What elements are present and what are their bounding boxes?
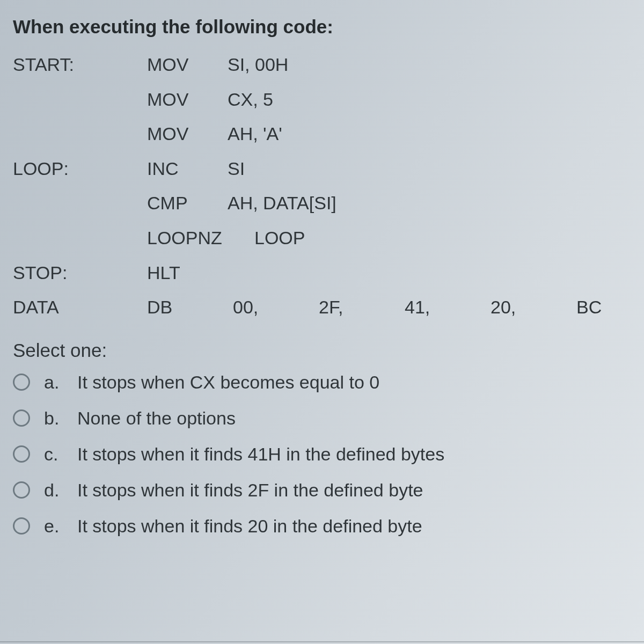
data-row: DATA DB 00, 2F, 41, 20, BC (13, 290, 631, 325)
option-text: None of the options (77, 408, 631, 429)
data-value: 41, (405, 290, 491, 325)
code-row: CMP AH, DATA[SI] (13, 186, 631, 221)
data-value: BC (576, 290, 602, 325)
option-letter: c. (44, 444, 77, 465)
option-c[interactable]: c. It stops when it finds 41H in the def… (13, 444, 631, 465)
option-d[interactable]: d. It stops when it finds 2F in the defi… (13, 480, 631, 501)
data-value: 00, (233, 290, 319, 325)
option-letter: e. (44, 516, 77, 537)
code-mnemonic: MOV (147, 82, 228, 117)
code-row: LOOPNZ LOOP (13, 221, 631, 255)
code-mnemonic: DB (147, 290, 233, 325)
code-label: DATA (13, 290, 147, 325)
option-text: It stops when it finds 41H in the define… (77, 444, 631, 465)
code-mnemonic: MOV (147, 116, 228, 151)
question-container: When executing the following code: START… (0, 0, 644, 537)
code-mnemonic: LOOPNZ (147, 221, 254, 255)
radio-icon[interactable] (13, 409, 30, 427)
code-operands (228, 255, 631, 290)
code-row: MOV CX, 5 (13, 82, 631, 117)
data-value: 2F, (319, 290, 405, 325)
code-row: START: MOV SI, 00H (13, 47, 631, 82)
option-text: It stops when it finds 2F in the defined… (77, 480, 631, 501)
data-value: 20, (491, 290, 576, 325)
code-mnemonic: MOV (147, 47, 228, 82)
code-row: MOV AH, 'A' (13, 116, 631, 151)
options-list: a. It stops when CX becomes equal to 0 b… (13, 372, 631, 537)
code-label (13, 221, 147, 255)
code-row: STOP: HLT (13, 255, 631, 290)
option-text: It stops when it finds 20 in the defined… (77, 516, 631, 537)
code-label (13, 186, 147, 221)
radio-icon[interactable] (13, 445, 30, 463)
code-operands: AH, 'A' (228, 116, 631, 151)
code-label: STOP: (13, 255, 147, 290)
option-letter: d. (44, 480, 77, 501)
code-operands: LOOP (254, 221, 631, 255)
code-operands: AH, DATA[SI] (228, 186, 631, 221)
bottom-divider (0, 641, 644, 642)
code-mnemonic: INC (147, 151, 228, 186)
code-row: LOOP: INC SI (13, 151, 631, 186)
code-operands: SI (228, 151, 631, 186)
radio-icon[interactable] (13, 481, 30, 499)
option-a[interactable]: a. It stops when CX becomes equal to 0 (13, 372, 631, 393)
code-label: START: (13, 47, 147, 82)
option-e[interactable]: e. It stops when it finds 20 in the defi… (13, 516, 631, 537)
code-label (13, 116, 147, 151)
code-operands: CX, 5 (228, 82, 631, 117)
code-label (13, 82, 147, 117)
option-text: It stops when CX becomes equal to 0 (77, 372, 631, 393)
option-b[interactable]: b. None of the options (13, 408, 631, 429)
radio-icon[interactable] (13, 374, 30, 391)
code-label: LOOP: (13, 151, 147, 186)
question-prompt: When executing the following code: (13, 16, 631, 38)
code-block: START: MOV SI, 00H MOV CX, 5 MOV AH, 'A'… (13, 47, 631, 325)
option-letter: a. (44, 372, 77, 393)
data-values: 00, 2F, 41, 20, BC (233, 290, 631, 325)
code-mnemonic: HLT (147, 255, 228, 290)
radio-icon[interactable] (13, 517, 30, 535)
select-one-label: Select one: (13, 340, 631, 361)
code-mnemonic: CMP (147, 186, 228, 221)
code-operands: SI, 00H (228, 47, 631, 82)
option-letter: b. (44, 408, 77, 429)
